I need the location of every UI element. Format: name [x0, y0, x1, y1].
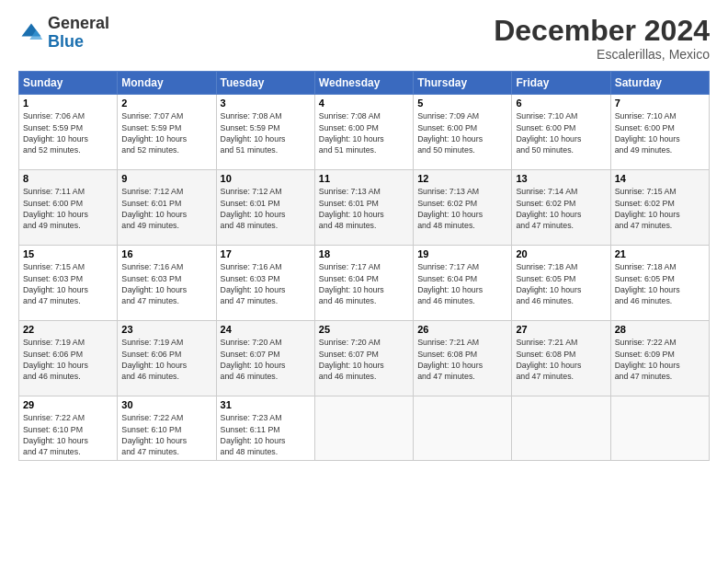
day-info: Sunrise: 7:23 AM Sunset: 6:11 PM Dayligh… [221, 412, 311, 457]
table-row: 20Sunrise: 7:18 AM Sunset: 6:05 PM Dayli… [512, 246, 610, 321]
table-row: 23Sunrise: 7:19 AM Sunset: 6:06 PM Dayli… [118, 321, 216, 396]
table-row: 25Sunrise: 7:20 AM Sunset: 6:07 PM Dayli… [314, 321, 413, 396]
table-row: 24Sunrise: 7:20 AM Sunset: 6:07 PM Dayli… [216, 321, 314, 396]
table-row: 18Sunrise: 7:17 AM Sunset: 6:04 PM Dayli… [314, 246, 413, 321]
table-row: 21Sunrise: 7:18 AM Sunset: 6:05 PM Dayli… [610, 246, 709, 321]
table-row: 4Sunrise: 7:08 AM Sunset: 6:00 PM Daylig… [314, 95, 413, 170]
day-number: 6 [516, 98, 606, 109]
day-info: Sunrise: 7:12 AM Sunset: 6:01 PM Dayligh… [121, 186, 211, 231]
col-thursday: Thursday [414, 72, 512, 95]
day-number: 2 [121, 98, 211, 109]
table-row: 29Sunrise: 7:22 AM Sunset: 6:10 PM Dayli… [19, 396, 118, 461]
table-row: 8Sunrise: 7:11 AM Sunset: 6:00 PM Daylig… [19, 170, 118, 246]
table-row: 31Sunrise: 7:23 AM Sunset: 6:11 PM Dayli… [216, 396, 314, 461]
day-info: Sunrise: 7:07 AM Sunset: 5:59 PM Dayligh… [121, 110, 211, 155]
day-info: Sunrise: 7:15 AM Sunset: 6:03 PM Dayligh… [23, 261, 113, 306]
day-info: Sunrise: 7:16 AM Sunset: 6:03 PM Dayligh… [121, 261, 211, 306]
day-number: 29 [23, 399, 113, 410]
logo: General Blue [18, 15, 109, 52]
day-number: 31 [221, 399, 311, 410]
table-row: 28Sunrise: 7:22 AM Sunset: 6:09 PM Dayli… [610, 321, 709, 396]
day-number: 22 [23, 324, 113, 335]
day-number: 10 [221, 173, 311, 184]
day-number: 18 [319, 248, 409, 259]
day-info: Sunrise: 7:08 AM Sunset: 6:00 PM Dayligh… [319, 110, 409, 155]
day-number: 12 [417, 173, 507, 184]
day-info: Sunrise: 7:22 AM Sunset: 6:10 PM Dayligh… [23, 412, 113, 457]
table-row: 1Sunrise: 7:06 AM Sunset: 5:59 PM Daylig… [19, 95, 118, 170]
table-row: 13Sunrise: 7:14 AM Sunset: 6:02 PM Dayli… [512, 170, 610, 246]
day-info: Sunrise: 7:22 AM Sunset: 6:09 PM Dayligh… [615, 337, 705, 382]
day-number: 26 [417, 324, 507, 335]
table-row [314, 396, 413, 461]
logo-icon [18, 20, 44, 46]
day-info: Sunrise: 7:13 AM Sunset: 6:02 PM Dayligh… [417, 186, 507, 231]
day-number: 7 [615, 98, 705, 109]
day-number: 28 [615, 324, 705, 335]
title-block: December 2024 Escalerillas, Mexico [494, 15, 710, 62]
col-wednesday: Wednesday [314, 72, 413, 95]
col-monday: Monday [118, 72, 216, 95]
table-row: 15Sunrise: 7:15 AM Sunset: 6:03 PM Dayli… [19, 246, 118, 321]
day-number: 5 [417, 98, 507, 109]
day-number: 14 [615, 173, 705, 184]
day-number: 15 [23, 248, 113, 259]
logo-text: General Blue [48, 15, 109, 52]
table-row [414, 396, 512, 461]
day-number: 24 [221, 324, 311, 335]
day-number: 9 [121, 173, 211, 184]
day-info: Sunrise: 7:18 AM Sunset: 6:05 PM Dayligh… [516, 261, 606, 306]
col-saturday: Saturday [610, 72, 709, 95]
day-info: Sunrise: 7:21 AM Sunset: 6:08 PM Dayligh… [516, 337, 606, 382]
day-info: Sunrise: 7:14 AM Sunset: 6:02 PM Dayligh… [516, 186, 606, 231]
day-number: 25 [319, 324, 409, 335]
month-title: December 2024 [494, 15, 710, 47]
day-info: Sunrise: 7:21 AM Sunset: 6:08 PM Dayligh… [417, 337, 507, 382]
table-row: 11Sunrise: 7:13 AM Sunset: 6:01 PM Dayli… [314, 170, 413, 246]
day-info: Sunrise: 7:10 AM Sunset: 6:00 PM Dayligh… [615, 110, 705, 155]
table-row: 5Sunrise: 7:09 AM Sunset: 6:00 PM Daylig… [414, 95, 512, 170]
day-info: Sunrise: 7:20 AM Sunset: 6:07 PM Dayligh… [319, 337, 409, 382]
day-info: Sunrise: 7:12 AM Sunset: 6:01 PM Dayligh… [221, 186, 311, 231]
day-number: 19 [417, 248, 507, 259]
day-number: 4 [319, 98, 409, 109]
day-info: Sunrise: 7:19 AM Sunset: 6:06 PM Dayligh… [23, 337, 113, 382]
day-info: Sunrise: 7:11 AM Sunset: 6:00 PM Dayligh… [23, 186, 113, 231]
table-row: 2Sunrise: 7:07 AM Sunset: 5:59 PM Daylig… [118, 95, 216, 170]
day-info: Sunrise: 7:17 AM Sunset: 6:04 PM Dayligh… [319, 261, 409, 306]
logo-general: General [48, 14, 109, 32]
location: Escalerillas, Mexico [494, 47, 710, 62]
day-info: Sunrise: 7:10 AM Sunset: 6:00 PM Dayligh… [516, 110, 606, 155]
table-row: 14Sunrise: 7:15 AM Sunset: 6:02 PM Dayli… [610, 170, 709, 246]
day-info: Sunrise: 7:17 AM Sunset: 6:04 PM Dayligh… [417, 261, 507, 306]
day-number: 27 [516, 324, 606, 335]
day-number: 3 [221, 98, 311, 109]
day-number: 23 [121, 324, 211, 335]
day-number: 30 [121, 399, 211, 410]
day-info: Sunrise: 7:13 AM Sunset: 6:01 PM Dayligh… [319, 186, 409, 231]
table-row: 17Sunrise: 7:16 AM Sunset: 6:03 PM Dayli… [216, 246, 314, 321]
table-row: 16Sunrise: 7:16 AM Sunset: 6:03 PM Dayli… [118, 246, 216, 321]
day-info: Sunrise: 7:08 AM Sunset: 5:59 PM Dayligh… [221, 110, 311, 155]
table-row: 22Sunrise: 7:19 AM Sunset: 6:06 PM Dayli… [19, 321, 118, 396]
calendar-header-row: Sunday Monday Tuesday Wednesday Thursday… [19, 72, 710, 95]
day-number: 1 [23, 98, 113, 109]
col-tuesday: Tuesday [216, 72, 314, 95]
day-number: 17 [221, 248, 311, 259]
table-row: 12Sunrise: 7:13 AM Sunset: 6:02 PM Dayli… [414, 170, 512, 246]
day-number: 21 [615, 248, 705, 259]
day-info: Sunrise: 7:15 AM Sunset: 6:02 PM Dayligh… [615, 186, 705, 231]
day-info: Sunrise: 7:06 AM Sunset: 5:59 PM Dayligh… [23, 110, 113, 155]
header: General Blue December 2024 Escalerillas,… [18, 15, 710, 62]
day-info: Sunrise: 7:09 AM Sunset: 6:00 PM Dayligh… [417, 110, 507, 155]
table-row: 7Sunrise: 7:10 AM Sunset: 6:00 PM Daylig… [610, 95, 709, 170]
day-number: 16 [121, 248, 211, 259]
col-sunday: Sunday [19, 72, 118, 95]
day-number: 11 [319, 173, 409, 184]
table-row [512, 396, 610, 461]
day-info: Sunrise: 7:19 AM Sunset: 6:06 PM Dayligh… [121, 337, 211, 382]
day-number: 13 [516, 173, 606, 184]
table-row: 9Sunrise: 7:12 AM Sunset: 6:01 PM Daylig… [118, 170, 216, 246]
table-row: 10Sunrise: 7:12 AM Sunset: 6:01 PM Dayli… [216, 170, 314, 246]
day-number: 8 [23, 173, 113, 184]
